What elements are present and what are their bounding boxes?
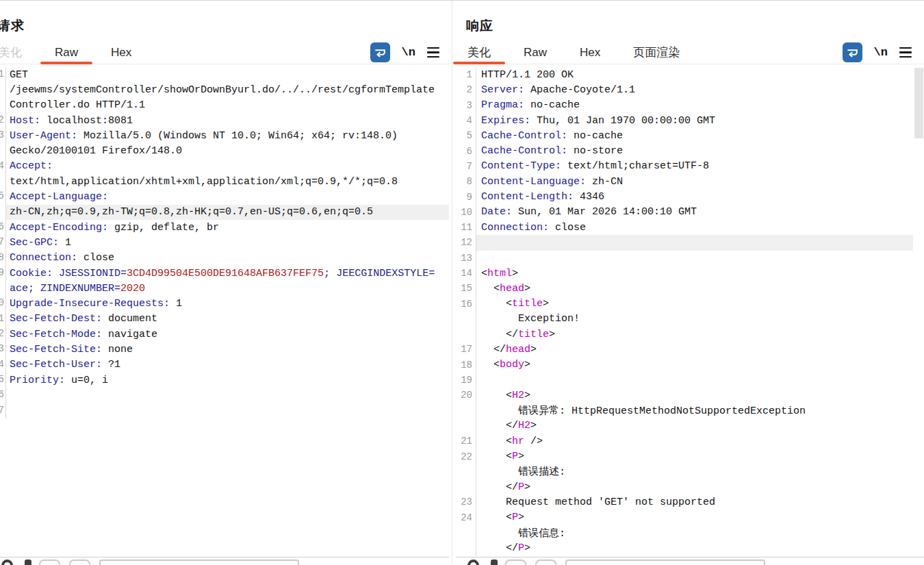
code-line: 13 xyxy=(457,251,924,266)
newline-toggle-icon[interactable]: \n xyxy=(402,46,415,59)
tab-beautify[interactable]: 美化 xyxy=(467,41,491,64)
line-number: 18 xyxy=(457,357,476,373)
code-line: Controller.do HTTP/1.1 xyxy=(0,98,449,113)
line-number: 9 xyxy=(457,189,476,204)
request-editor[interactable]: 1GET/jeewms/systemController/showOrDownB… xyxy=(0,67,449,557)
tab-beautify[interactable]: 美化 xyxy=(0,41,22,64)
response-tabbar: 美化RawHex页面渲染 \n xyxy=(457,41,924,64)
code-line: 18 <body> xyxy=(457,357,924,373)
line-number: 20 xyxy=(457,388,476,403)
code-line: 14Sec-Fetch-User: ?1 xyxy=(0,357,449,373)
panel-divider[interactable] xyxy=(452,1,452,565)
line-number: 4 xyxy=(0,159,6,174)
code-line: 17 </head> xyxy=(457,342,924,357)
editor-menu-icon[interactable] xyxy=(427,47,439,58)
line-number: 12 xyxy=(0,327,6,342)
code-line: 15Priority: u=0, i xyxy=(0,373,449,388)
code-line: 19 xyxy=(457,373,924,388)
line-number: 3 xyxy=(0,128,6,143)
code-line: 9Content-Length: 4346 xyxy=(457,189,924,204)
search-next-button[interactable] xyxy=(69,560,90,565)
code-line: 24 <P> xyxy=(457,510,924,525)
response-scrollbar[interactable] xyxy=(913,67,924,557)
response-panel: 响应 美化RawHex页面渲染 \n 1HTTP/1.1 200 OK2Serv… xyxy=(457,1,924,565)
tab-raw[interactable]: Raw xyxy=(55,41,78,64)
line-number: 8 xyxy=(457,174,476,189)
line-number: 9 xyxy=(0,266,6,281)
line-number: 5 xyxy=(457,128,476,143)
line-number: 23 xyxy=(457,494,476,510)
line-number: 5 xyxy=(0,189,6,204)
line-number: 1 xyxy=(457,67,476,82)
search-input[interactable] xyxy=(565,560,765,565)
code-line: 13Sec-Fetch-Site: none xyxy=(0,342,449,357)
search-prev-button[interactable] xyxy=(39,560,60,565)
newline-toggle-icon[interactable]: \n xyxy=(874,46,888,59)
response-editor[interactable]: 1HTTP/1.1 200 OK2Server: Apache-Coyote/1… xyxy=(457,67,924,557)
line-number xyxy=(0,205,6,220)
code-line: 15 <head> xyxy=(457,281,924,296)
code-line: 10Upgrade-Insecure-Requests: 1 xyxy=(0,296,449,311)
soft-wrap-toggle-icon[interactable] xyxy=(843,42,862,62)
soft-wrap-toggle-icon[interactable] xyxy=(370,42,390,62)
line-number: 7 xyxy=(457,159,476,174)
code-line: 11Connection: close xyxy=(457,220,924,235)
request-panel-title: 请求 xyxy=(0,17,449,35)
line-number: 11 xyxy=(457,220,476,235)
line-number xyxy=(0,281,6,296)
case-toggle-icon[interactable] xyxy=(491,560,498,565)
line-number: 15 xyxy=(0,373,6,388)
line-number xyxy=(0,98,6,113)
code-line: 6Cache-Control: no-store xyxy=(457,143,924,158)
code-line: </title> xyxy=(457,327,924,342)
regex-toggle-icon[interactable] xyxy=(467,560,479,565)
code-line: 16 xyxy=(0,388,449,403)
line-number: 2 xyxy=(457,82,476,97)
code-line: Exception! xyxy=(457,312,924,327)
response-search-bar xyxy=(457,557,924,565)
code-line: 22 <P> xyxy=(457,449,924,464)
line-number xyxy=(0,143,6,158)
line-number xyxy=(457,327,476,342)
regex-toggle-icon[interactable] xyxy=(1,560,13,565)
code-line: 5Accept-Language: xyxy=(0,189,449,204)
line-number xyxy=(457,525,476,540)
tab-raw[interactable]: Raw xyxy=(524,41,547,64)
line-number: 10 xyxy=(0,296,6,311)
code-line: 8Content-Language: zh-CN xyxy=(457,174,924,189)
line-number: 21 xyxy=(457,434,476,449)
search-prev-button[interactable] xyxy=(505,560,526,565)
request-panel: 请求 美化RawHex \n 1GET/jeewms/systemControl… xyxy=(0,1,449,565)
code-line: 6Accept-Encoding: gzip, deflate, br xyxy=(0,220,449,235)
code-line: 14<html> xyxy=(457,266,924,281)
code-line: </P> xyxy=(457,540,924,555)
code-line: 9Cookie: JSESSIONID=3CD4D99504E500DE9164… xyxy=(0,266,449,281)
tab-hex[interactable]: Hex xyxy=(111,41,131,64)
tab-hex[interactable]: Hex xyxy=(580,41,600,64)
code-line: 3Pragma: no-cache xyxy=(457,98,924,113)
line-number xyxy=(457,479,476,494)
line-number: 3 xyxy=(457,98,476,113)
code-line: 12Sec-Fetch-Mode: navigate xyxy=(0,327,449,342)
code-line: 21 <hr /> xyxy=(457,434,924,449)
line-number xyxy=(457,312,476,327)
search-next-button[interactable] xyxy=(535,560,556,565)
search-input[interactable] xyxy=(99,560,299,565)
line-number xyxy=(457,540,476,555)
code-line: </P> xyxy=(457,479,924,494)
line-number: 16 xyxy=(0,388,6,403)
code-line: 17 xyxy=(0,403,449,418)
case-toggle-icon[interactable] xyxy=(25,560,31,565)
request-tabbar: 美化RawHex \n xyxy=(0,41,449,64)
code-line: 20 <H2> xyxy=(457,388,924,403)
editor-menu-icon[interactable] xyxy=(899,47,912,58)
code-line: 4Accept: xyxy=(0,159,449,174)
code-line: 4Expires: Thu, 01 Jan 1970 00:00:00 GMT xyxy=(457,113,924,128)
code-line: zh-CN,zh;q=0.9,zh-TW;q=0.8,zh-HK;q=0.7,e… xyxy=(0,205,449,220)
line-number: 24 xyxy=(457,510,476,525)
line-number: 14 xyxy=(457,266,476,281)
scrollbar-thumb[interactable] xyxy=(914,68,923,138)
tab-render[interactable]: 页面渲染 xyxy=(633,41,680,64)
code-line: 5Cache-Control: no-cache xyxy=(457,128,924,143)
code-line: 1HTTP/1.1 200 OK xyxy=(457,67,924,82)
